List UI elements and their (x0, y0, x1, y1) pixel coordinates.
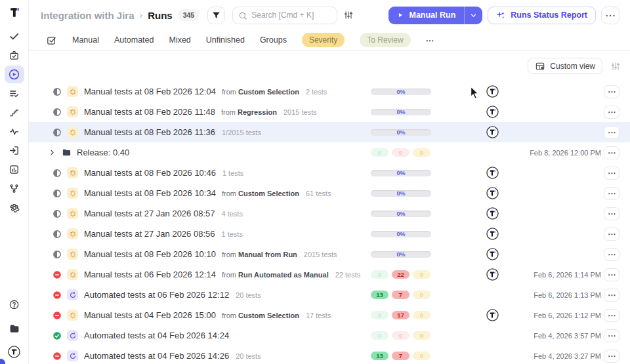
run-row[interactable]: Manual tests at 27 Jan 2026 08:561 tests… (29, 224, 630, 244)
search-input[interactable] (232, 7, 337, 24)
run-title[interactable]: Automated tests at 06 Feb 2026 12:12 (84, 290, 229, 300)
sidebar-item-settings[interactable] (5, 199, 24, 216)
run-row[interactable]: Manual tests at 06 Feb 2026 12:14from Ru… (29, 264, 630, 285)
run-source: from Custom Selection (222, 88, 299, 96)
release-row[interactable]: Release: 0.40000Feb 8, 2026 12:00 PM⋯ (29, 142, 630, 163)
sidebar-item-projects[interactable] (5, 319, 24, 337)
sidebar-item-suites[interactable] (5, 47, 24, 64)
chevron-right-icon[interactable] (49, 149, 56, 156)
run-row[interactable]: Manual tests at 08 Feb 2026 11:361/2015 … (29, 122, 630, 142)
sidebar-item-help[interactable] (5, 296, 24, 313)
tab-automated[interactable]: Automated (114, 35, 154, 45)
row-menu-button[interactable]: ⋯ (604, 350, 620, 363)
search-settings-icon[interactable] (343, 10, 354, 20)
run-row[interactable]: Manual tests at 27 Jan 2026 08:574 tests… (29, 203, 630, 224)
run-title[interactable]: Automated tests at 04 Feb 2026 14:26 (84, 351, 229, 361)
header-more-button[interactable]: ⋯ (601, 7, 620, 24)
assignee-avatar[interactable] (486, 207, 499, 220)
run-row[interactable]: Automated tests at 06 Feb 2026 12:1220 t… (29, 285, 630, 305)
run-row[interactable]: Manual tests at 08 Feb 2026 10:461 tests… (29, 163, 630, 183)
tab-to-review[interactable]: To Review (360, 33, 410, 47)
tab-mixed[interactable]: Mixed (169, 35, 190, 45)
run-row[interactable]: Manual tests at 08 Feb 2026 10:10from Ma… (29, 244, 630, 264)
in-progress-status-icon (52, 169, 62, 178)
tab-groups[interactable]: Groups (260, 35, 287, 45)
badge-red: 0 (392, 331, 410, 340)
assignee-avatar[interactable] (486, 309, 499, 321)
badge-green: 0 (371, 148, 388, 157)
sidebar-item-milestones[interactable] (5, 104, 24, 121)
row-menu-button[interactable]: ⋯ (604, 289, 620, 302)
custom-view-button[interactable]: Custom view (528, 58, 602, 74)
assignee-avatar[interactable] (486, 85, 499, 98)
run-title[interactable]: Automated tests at 04 Feb 2026 14:24 (84, 331, 229, 340)
sidebar-item-runs[interactable] (5, 66, 24, 83)
sidebar-item-plans[interactable] (5, 85, 24, 102)
pulse-icon (9, 126, 20, 137)
run-title[interactable]: Manual tests at 08 Feb 2026 10:46 (84, 168, 216, 178)
run-title[interactable]: Manual tests at 08 Feb 2026 10:34 (84, 188, 216, 198)
progress-bar: 0% (371, 89, 431, 95)
assignee-avatar[interactable] (486, 167, 499, 179)
run-row[interactable]: Automated tests at 04 Feb 2026 14:2620 t… (29, 346, 630, 364)
select-runs-icon[interactable] (46, 35, 57, 46)
run-title[interactable]: Manual tests at 04 Feb 2026 15:00 (84, 310, 216, 320)
run-row[interactable]: Manual tests at 08 Feb 2026 10:34from Cu… (29, 183, 630, 203)
run-title[interactable]: Manual tests at 08 Feb 2026 11:48 (84, 107, 215, 117)
run-row[interactable]: Manual tests at 08 Feb 2026 12:04from Cu… (29, 81, 630, 102)
tab-unfinished[interactable]: Unfinished (206, 35, 245, 45)
manual-run-dropdown[interactable] (465, 7, 482, 24)
assignee-avatar[interactable] (486, 228, 499, 240)
progress-bar: 0% (371, 211, 431, 217)
runs-status-report-label: Runs Status Report (511, 10, 587, 20)
assignee-avatar[interactable] (486, 248, 499, 260)
manual-run-button[interactable]: Manual Run (388, 7, 482, 24)
run-row[interactable]: Automated tests at 04 Feb 2026 14:24000F… (29, 325, 630, 346)
tabs-more-button[interactable]: ⋯ (426, 35, 434, 45)
assignee-avatar[interactable] (486, 187, 499, 199)
row-menu-button[interactable]: ⋯ (604, 106, 620, 119)
breadcrumb-project[interactable]: Integration with Jira (41, 10, 135, 21)
row-menu-button[interactable]: ⋯ (604, 126, 620, 139)
row-menu-button[interactable]: ⋯ (604, 207, 620, 220)
tab-severity[interactable]: Severity (302, 33, 345, 47)
assignee-avatar[interactable] (486, 268, 499, 281)
in-progress-status-icon (52, 250, 62, 259)
runs-status-report-button[interactable]: Runs Status Report (488, 7, 596, 24)
row-menu-button[interactable]: ⋯ (604, 228, 620, 241)
progress-label: 0% (371, 190, 431, 197)
sidebar-item-account[interactable] (5, 343, 24, 361)
failed-status-icon (52, 291, 62, 300)
filter-button[interactable] (207, 7, 225, 24)
assignee-avatar[interactable] (486, 126, 499, 138)
sidebar-item-imports[interactable] (5, 142, 24, 159)
row-menu-button[interactable]: ⋯ (604, 268, 620, 281)
run-title[interactable]: Manual tests at 08 Feb 2026 11:36 (84, 127, 215, 137)
run-title[interactable]: Manual tests at 08 Feb 2026 12:04 (84, 87, 216, 96)
row-menu-button[interactable]: ⋯ (604, 146, 620, 159)
run-row[interactable]: Manual tests at 08 Feb 2026 11:48from Re… (29, 102, 630, 122)
sidebar-item-analytics[interactable] (5, 123, 24, 140)
row-menu-button[interactable]: ⋯ (604, 85, 620, 98)
badge-green: 13 (371, 352, 388, 360)
release-title[interactable]: Release: 0.40 (77, 148, 129, 157)
row-menu-button[interactable]: ⋯ (604, 248, 620, 261)
run-title[interactable]: Manual tests at 06 Feb 2026 12:14 (84, 270, 216, 279)
view-settings-icon[interactable] (610, 61, 621, 71)
sidebar-item-branches[interactable] (5, 180, 24, 197)
app-logo-icon[interactable] (8, 6, 21, 19)
tab-manual[interactable]: Manual (72, 35, 99, 45)
row-menu-button[interactable]: ⋯ (604, 309, 620, 322)
row-menu-button[interactable]: ⋯ (604, 167, 620, 180)
run-title[interactable]: Manual tests at 27 Jan 2026 08:57 (84, 209, 215, 218)
row-menu-button[interactable]: ⋯ (604, 329, 620, 342)
progress-label: 0% (371, 109, 431, 115)
result-badges: 1370 (371, 291, 430, 299)
run-row[interactable]: Manual tests at 04 Feb 2026 15:00from Cu… (29, 305, 630, 325)
assignee-avatar[interactable] (486, 106, 499, 118)
run-title[interactable]: Manual tests at 08 Feb 2026 10:10 (84, 249, 216, 259)
row-menu-button[interactable]: ⋯ (604, 187, 620, 200)
run-title[interactable]: Manual tests at 27 Jan 2026 08:56 (84, 229, 215, 239)
sidebar-item-reports[interactable] (5, 161, 24, 178)
sidebar-item-tests[interactable] (5, 28, 24, 45)
